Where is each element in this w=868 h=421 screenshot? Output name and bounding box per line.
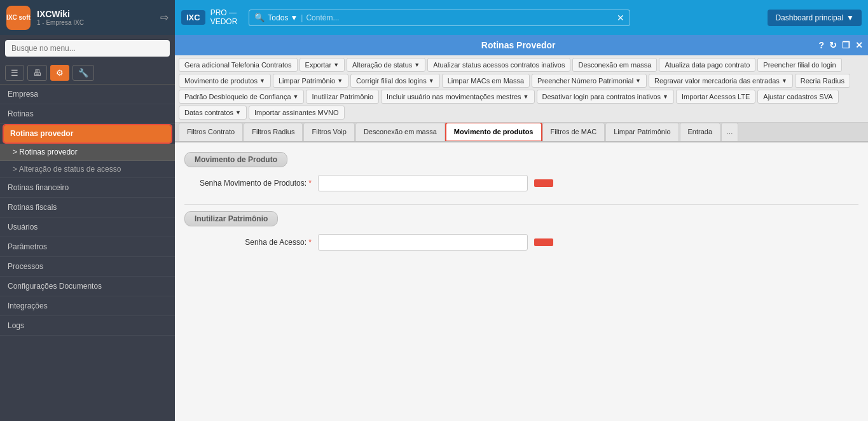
sidebar-print-icon[interactable]: 🖶 [27,65,47,81]
movement-section: Movimento de Produto Senha Movimento de … [184,152,858,191]
tab-more[interactable]: ... [721,123,738,141]
panel-title: Rotinas Provedor [218,40,818,50]
app-title: IXCWiki [37,9,84,19]
tab-desconexao-massa[interactable]: Desconexão em massa [355,123,445,141]
btn-incluir-usuario[interactable]: Incluir usuário nas movimentações mestre… [381,90,534,104]
btn-importar-lte[interactable]: Importar Acessos LTE [676,90,755,104]
btn-gera-adicional[interactable]: Gera adicional Telefonia Contratos [179,58,298,72]
inutilize-required-star: * [308,238,312,247]
btn-recria-radius[interactable]: Recria Radius [795,74,850,88]
inutilize-form-row: Senha de Acesso: * [184,234,858,251]
tab-entrada[interactable]: Entrada [680,123,721,141]
tabs-bar: Filtros Contrato Filtros Radius Filtros … [175,123,868,142]
btn-preencher-filial[interactable]: Preencher filial do login [757,58,841,72]
tab-filtros-contrato[interactable]: Filtros Contrato [179,123,243,141]
inutilize-error-indicator [534,238,553,246]
app-title-area: IXCWiki 1 - Empresa IXC [37,9,84,26]
search-scope-selector[interactable]: Todos ▼ [268,13,298,22]
main-content: Movimento de Produto Senha Movimento de … [175,142,868,421]
tab-movimento-produtos[interactable]: Movimento de produtos [446,123,542,141]
btn-corrigir-filial[interactable]: Corrigir filial dos logins ▼ [350,74,440,88]
sidebar-gear-icon[interactable]: ⚙ [50,65,69,81]
movement-form-row: Senha Movimento de Produtos: * [184,175,858,191]
sidebar-item-rotinas-financeiro[interactable]: Rotinas financeiro [0,178,175,198]
btn-ajustar-sva[interactable]: Ajustar cadastros SVA [757,90,838,104]
sidebar-item-alteracao-status[interactable]: > Alteração de status de acesso [0,161,175,178]
btn-desativar-login[interactable]: Desativar login para contratos inativos … [537,90,674,104]
btn-atualizar-status[interactable]: Atualizar status acessos contratos inati… [427,58,570,72]
movement-password-input[interactable] [318,175,528,191]
content-area: Rotinas Provedor ? ↻ ❐ ✕ Gera adicional … [175,35,868,421]
ixc-logo: IXC [181,10,205,25]
btn-limpar-macs[interactable]: Limpar MACs em Massa [442,74,530,88]
sidebar-item-processos[interactable]: Processos [0,257,175,277]
expand-icon[interactable]: ⇨ [160,11,169,24]
panel-header-icons: ? ↻ ❐ ✕ [818,40,863,50]
tab-filtros-radius[interactable]: Filtros Radius [244,123,303,141]
btn-regravar-valor[interactable]: Regravar valor mercadoria das entradas ▼ [649,74,793,88]
inutilize-section-title: Inutilizar Patrimônio [184,211,278,226]
tab-filtros-voip[interactable]: Filtros Voip [303,123,354,141]
sidebar: ☰ 🖶 ⚙ 🔧 Empresa Rotinas Rotinas provedor… [0,35,175,421]
btn-preencher-numero[interactable]: Preencher Número Patrimonial ▼ [532,74,647,88]
btn-exportar[interactable]: Exportar ▼ [300,58,345,72]
sidebar-item-empresa[interactable]: Empresa [0,85,175,104]
header-nav: IXC PRO — VEDOR 🔍 Todos ▼ | ✕ Dashboard … [175,0,868,35]
section-divider [184,204,858,205]
movement-required-star: * [308,179,312,188]
close-panel-icon[interactable]: ✕ [855,40,863,50]
sidebar-item-usuarios[interactable]: Usuários [0,217,175,237]
app-logo: IXC soft [6,6,31,30]
btn-alteracao-status[interactable]: Alteração de status ▼ [347,58,425,72]
search-bar: 🔍 Todos ▼ | ✕ [249,10,630,26]
sidebar-list-icon[interactable]: ☰ [5,65,24,81]
btn-atualiza-data[interactable]: Atualiza data pago contrato [659,58,755,72]
sidebar-item-rotinas[interactable]: Rotinas [0,104,175,124]
main-layout: ☰ 🖶 ⚙ 🔧 Empresa Rotinas Rotinas provedor… [0,35,868,421]
btn-desconexao-massa[interactable]: Desconexão em massa [572,58,657,72]
inutilize-password-input[interactable] [318,234,528,251]
btn-datas-contratos[interactable]: Datas contratos ▼ [179,106,247,120]
sidebar-icon-toolbar: ☰ 🖶 ⚙ 🔧 [0,62,175,85]
logo-area: IXC soft IXCWiki 1 - Empresa IXC ⇨ [0,6,175,30]
sidebar-item-integracoes[interactable]: Integrações [0,296,175,316]
sidebar-search-input[interactable] [5,40,170,57]
btn-inutilizar-patrimonio[interactable]: Inutilizar Patrimônio [306,90,379,104]
btn-importar-mvno[interactable]: Importar assinantes MVNO [249,106,345,120]
movement-section-title: Movimento de Produto [184,152,287,167]
inutilize-section: Inutilizar Patrimônio Senha de Acesso: * [184,211,858,251]
movement-label: Senha Movimento de Produtos: * [184,179,312,188]
toolbar: Gera adicional Telefonia Contratos Expor… [175,55,868,123]
movement-error-indicator [534,179,553,187]
sidebar-item-rotinas-fiscais[interactable]: Rotinas fiscais [0,198,175,217]
btn-limpar-patrimonio[interactable]: Limpar Patrimônio ▼ [273,74,348,88]
search-input[interactable] [306,13,614,22]
search-clear-icon[interactable]: ✕ [617,13,624,23]
pro-vedor-label: PRO — VEDOR [210,9,238,25]
btn-movimento-produtos[interactable]: Movimento de produtos ▼ [179,74,271,88]
dashboard-button[interactable]: Dashboard principal ▼ [768,10,862,26]
btn-padrao-desbloqueio[interactable]: Padrão Desbloqueio de Confiança ▼ [179,90,304,104]
tab-filtros-mac[interactable]: Filtros de MAC [542,123,605,141]
top-bar: IXC soft IXCWiki 1 - Empresa IXC ⇨ IXC P… [0,0,868,35]
sidebar-wrench-icon[interactable]: 🔧 [72,65,94,81]
help-icon[interactable]: ? [818,40,824,50]
inutilize-label: Senha de Acesso: * [184,238,312,247]
sidebar-item-rotinas-provedor-header[interactable]: Rotinas provedor [4,125,171,142]
sidebar-item-rotinas-provedor[interactable]: > Rotinas provedor [0,144,175,161]
tab-limpar-patrimonio[interactable]: Limpar Patrimônio [605,123,679,141]
app-subtitle: 1 - Empresa IXC [37,19,84,26]
panel-header: Rotinas Provedor ? ↻ ❐ ✕ [175,35,868,55]
sidebar-item-logs[interactable]: Logs [0,316,175,336]
search-icon: 🔍 [254,13,265,22]
sidebar-menu: Empresa Rotinas Rotinas provedor > Rotin… [0,85,175,421]
sidebar-item-configuracoes-documentos[interactable]: Configurações Documentos [0,277,175,296]
sidebar-item-parametros[interactable]: Parâmetros [0,237,175,257]
refresh-icon[interactable]: ↻ [829,40,837,50]
expand-panel-icon[interactable]: ❐ [842,40,850,50]
sidebar-search-area [5,40,170,57]
